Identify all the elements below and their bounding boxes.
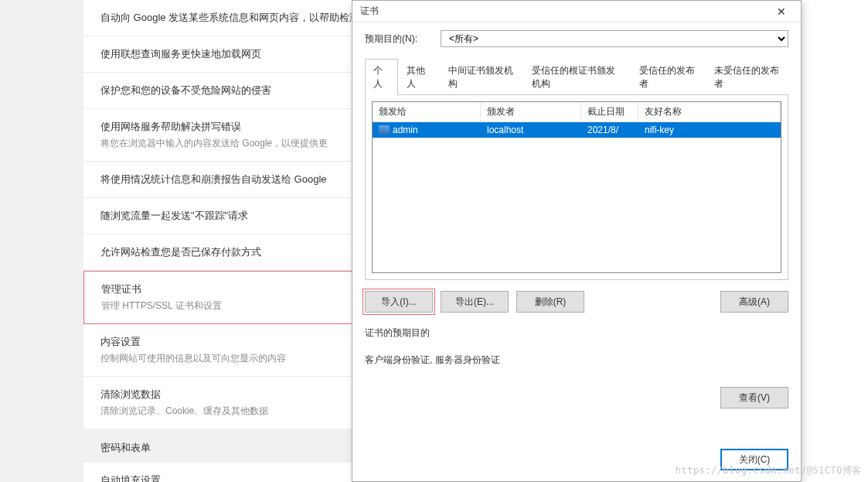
cert-purpose-text: 客户端身份验证, 服务器身份验证 (365, 354, 788, 367)
close-icon[interactable]: ✕ (768, 4, 795, 19)
col-header-issued-by[interactable]: 颁发者 (481, 102, 581, 121)
cert-tabs: 个人 其他人 中间证书颁发机构 受信任的根证书颁发机构 受信任的发布者 未受信任… (365, 58, 788, 95)
cert-header-row: 颁发给 颁发者 截止日期 友好名称 (373, 102, 781, 122)
cert-row[interactable]: admin localhost 2021/8/ nifi-key (373, 122, 781, 138)
cert-cell-friendly-name: nifi-key (638, 122, 781, 138)
tab-trusted-publishers[interactable]: 受信任的发布者 (631, 59, 706, 95)
close-button[interactable]: 关闭(C) (720, 449, 788, 470)
spacer (592, 291, 713, 313)
tab-other-people[interactable]: 其他人 (398, 59, 440, 95)
col-header-issued-to[interactable]: 颁发给 (373, 102, 481, 121)
cert-purpose-label: 证书的预期目的 (365, 326, 788, 340)
advanced-button[interactable]: 高级(A) (720, 291, 788, 313)
col-header-friendly-name[interactable]: 友好名称 (638, 102, 781, 121)
delete-button[interactable]: 删除(R) (516, 291, 584, 313)
dialog-titlebar: 证书 ✕ (352, 1, 801, 22)
dialog-body: 预期目的(N): <所有> 个人 其他人 中间证书颁发机构 受信任的根证书颁发机… (352, 22, 801, 435)
cert-cell-text: admin (393, 125, 418, 135)
view-button-row: 查看(V) (365, 387, 788, 409)
tab-untrusted-publishers[interactable]: 未受信任的发布者 (706, 59, 788, 95)
import-button[interactable]: 导入(I)... (365, 291, 433, 313)
dialog-footer: 关闭(C) (352, 435, 801, 481)
col-header-expiry[interactable]: 截止日期 (581, 102, 638, 121)
cert-cell-issued-to: admin (373, 122, 481, 138)
purpose-filter-select[interactable]: <所有> (441, 30, 788, 47)
cert-purpose-group: 证书的预期目的 客户端身份验证, 服务器身份验证 查看(V) (365, 326, 788, 427)
cert-action-buttons: 导入(I)... 导出(E)... 删除(R) 高级(A) (365, 291, 788, 313)
purpose-filter-row: 预期目的(N): <所有> (365, 30, 788, 47)
tab-personal[interactable]: 个人 (365, 59, 398, 95)
cert-list-container: 颁发给 颁发者 截止日期 友好名称 admin localhost 2021/8… (365, 95, 788, 280)
export-button[interactable]: 导出(E)... (441, 291, 509, 313)
dialog-title: 证书 (360, 5, 379, 18)
cert-list[interactable]: 颁发给 颁发者 截止日期 友好名称 admin localhost 2021/8… (372, 101, 781, 273)
certificates-dialog: 证书 ✕ 预期目的(N): <所有> 个人 其他人 中间证书颁发机构 受信任的根… (352, 0, 802, 482)
cert-cell-issued-by: localhost (481, 122, 581, 138)
purpose-filter-label: 预期目的(N): (365, 32, 417, 46)
tab-intermediate-ca[interactable]: 中间证书颁发机构 (440, 59, 523, 95)
tab-trusted-root-ca[interactable]: 受信任的根证书颁发机构 (523, 59, 631, 95)
cert-cell-expiry: 2021/8/ (581, 122, 638, 138)
view-button[interactable]: 查看(V) (720, 387, 788, 409)
certificate-icon (379, 125, 390, 135)
